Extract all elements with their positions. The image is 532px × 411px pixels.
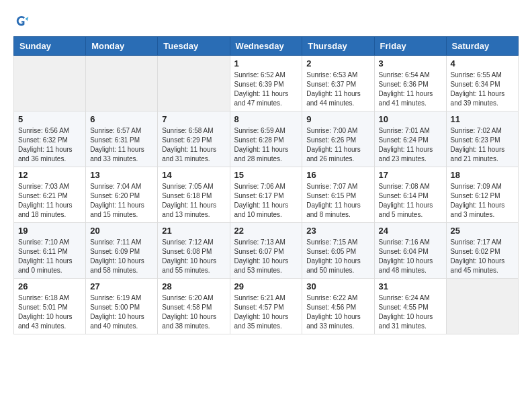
day-info: Sunrise: 7:03 AM Sunset: 6:21 PM Dayligh…: [18, 182, 81, 220]
day-info: Sunrise: 6:18 AM Sunset: 5:01 PM Dayligh…: [18, 293, 81, 331]
day-number: 26: [18, 281, 81, 291]
day-number: 31: [379, 281, 442, 291]
day-cell-2: 2Sunrise: 6:53 AM Sunset: 6:37 PM Daylig…: [302, 56, 374, 111]
day-info: Sunrise: 6:56 AM Sunset: 6:32 PM Dayligh…: [18, 126, 81, 164]
day-cell-4: 4Sunrise: 6:55 AM Sunset: 6:34 PM Daylig…: [446, 56, 518, 111]
day-number: 9: [306, 114, 369, 124]
day-info: Sunrise: 6:54 AM Sunset: 6:36 PM Dayligh…: [379, 71, 442, 108]
empty-cell: [446, 279, 518, 334]
weekday-header-friday: Friday: [374, 37, 446, 56]
day-cell-21: 21Sunrise: 7:12 AM Sunset: 6:08 PM Dayli…: [158, 223, 230, 279]
day-info: Sunrise: 6:57 AM Sunset: 6:31 PM Dayligh…: [90, 126, 153, 164]
day-cell-10: 10Sunrise: 7:01 AM Sunset: 6:24 PM Dayli…: [374, 111, 446, 167]
day-cell-6: 6Sunrise: 6:57 AM Sunset: 6:31 PM Daylig…: [86, 111, 158, 167]
day-info: Sunrise: 7:07 AM Sunset: 6:15 PM Dayligh…: [306, 182, 369, 220]
day-cell-9: 9Sunrise: 7:00 AM Sunset: 6:26 PM Daylig…: [302, 111, 374, 167]
weekday-header-thursday: Thursday: [302, 37, 374, 56]
week-row-5: 26Sunrise: 6:18 AM Sunset: 5:01 PM Dayli…: [14, 279, 519, 334]
day-cell-11: 11Sunrise: 7:02 AM Sunset: 6:23 PM Dayli…: [446, 111, 518, 167]
day-info: Sunrise: 6:20 AM Sunset: 4:58 PM Dayligh…: [162, 293, 225, 331]
day-number: 2: [306, 58, 369, 68]
day-info: Sunrise: 7:04 AM Sunset: 6:20 PM Dayligh…: [90, 182, 153, 220]
day-number: 16: [306, 170, 369, 180]
day-info: Sunrise: 6:55 AM Sunset: 6:34 PM Dayligh…: [451, 71, 514, 108]
day-info: Sunrise: 6:59 AM Sunset: 6:28 PM Dayligh…: [234, 126, 298, 164]
day-cell-20: 20Sunrise: 7:11 AM Sunset: 6:09 PM Dayli…: [86, 223, 158, 279]
day-info: Sunrise: 6:21 AM Sunset: 4:57 PM Dayligh…: [234, 293, 298, 331]
day-info: Sunrise: 6:24 AM Sunset: 4:55 PM Dayligh…: [379, 293, 442, 331]
empty-cell: [86, 56, 158, 111]
day-cell-28: 28Sunrise: 6:20 AM Sunset: 4:58 PM Dayli…: [158, 279, 230, 334]
logo-icon: [13, 13, 30, 30]
day-info: Sunrise: 7:02 AM Sunset: 6:23 PM Dayligh…: [451, 126, 514, 164]
weekday-header-wednesday: Wednesday: [230, 37, 302, 56]
day-cell-31: 31Sunrise: 6:24 AM Sunset: 4:55 PM Dayli…: [374, 279, 446, 334]
day-info: Sunrise: 7:05 AM Sunset: 6:18 PM Dayligh…: [162, 182, 225, 220]
calendar-table: SundayMondayTuesdayWednesdayThursdayFrid…: [13, 36, 519, 334]
day-info: Sunrise: 7:08 AM Sunset: 6:14 PM Dayligh…: [379, 182, 442, 220]
day-cell-16: 16Sunrise: 7:07 AM Sunset: 6:15 PM Dayli…: [302, 167, 374, 223]
day-number: 29: [234, 281, 298, 291]
weekday-header-monday: Monday: [86, 37, 158, 56]
day-number: 22: [234, 226, 298, 236]
empty-cell: [158, 56, 230, 111]
day-info: Sunrise: 7:11 AM Sunset: 6:09 PM Dayligh…: [90, 238, 153, 275]
empty-cell: [14, 56, 86, 111]
weekday-header-saturday: Saturday: [446, 37, 518, 56]
week-row-2: 5Sunrise: 6:56 AM Sunset: 6:32 PM Daylig…: [14, 111, 519, 167]
day-number: 6: [90, 114, 153, 124]
day-number: 13: [90, 170, 153, 180]
day-info: Sunrise: 7:12 AM Sunset: 6:08 PM Dayligh…: [162, 238, 225, 275]
day-number: 28: [162, 281, 225, 291]
day-number: 10: [379, 114, 442, 124]
day-number: 8: [234, 114, 298, 124]
day-cell-14: 14Sunrise: 7:05 AM Sunset: 6:18 PM Dayli…: [158, 167, 230, 223]
day-cell-25: 25Sunrise: 7:17 AM Sunset: 6:02 PM Dayli…: [446, 223, 518, 279]
day-number: 27: [90, 281, 153, 291]
day-cell-24: 24Sunrise: 7:16 AM Sunset: 6:04 PM Dayli…: [374, 223, 446, 279]
day-cell-15: 15Sunrise: 7:06 AM Sunset: 6:17 PM Dayli…: [230, 167, 302, 223]
day-cell-22: 22Sunrise: 7:13 AM Sunset: 6:07 PM Dayli…: [230, 223, 302, 279]
day-number: 17: [379, 170, 442, 180]
day-number: 21: [162, 226, 225, 236]
day-cell-13: 13Sunrise: 7:04 AM Sunset: 6:20 PM Dayli…: [86, 167, 158, 223]
day-number: 3: [379, 58, 442, 68]
day-cell-8: 8Sunrise: 6:59 AM Sunset: 6:28 PM Daylig…: [230, 111, 302, 167]
day-info: Sunrise: 6:22 AM Sunset: 4:56 PM Dayligh…: [306, 293, 369, 331]
day-cell-3: 3Sunrise: 6:54 AM Sunset: 6:36 PM Daylig…: [374, 56, 446, 111]
day-number: 30: [306, 281, 369, 291]
day-cell-18: 18Sunrise: 7:09 AM Sunset: 6:12 PM Dayli…: [446, 167, 518, 223]
weekday-header-tuesday: Tuesday: [158, 37, 230, 56]
day-info: Sunrise: 6:58 AM Sunset: 6:29 PM Dayligh…: [162, 126, 225, 164]
week-row-3: 12Sunrise: 7:03 AM Sunset: 6:21 PM Dayli…: [14, 167, 519, 223]
day-info: Sunrise: 7:13 AM Sunset: 6:07 PM Dayligh…: [234, 238, 298, 275]
day-number: 19: [18, 226, 81, 236]
day-cell-23: 23Sunrise: 7:15 AM Sunset: 6:05 PM Dayli…: [302, 223, 374, 279]
page-header: [13, 13, 519, 30]
day-info: Sunrise: 6:53 AM Sunset: 6:37 PM Dayligh…: [306, 71, 369, 108]
day-cell-5: 5Sunrise: 6:56 AM Sunset: 6:32 PM Daylig…: [14, 111, 86, 167]
day-info: Sunrise: 7:09 AM Sunset: 6:12 PM Dayligh…: [451, 182, 514, 220]
day-cell-1: 1Sunrise: 6:52 AM Sunset: 6:39 PM Daylig…: [230, 56, 302, 111]
day-number: 23: [306, 226, 369, 236]
day-info: Sunrise: 7:10 AM Sunset: 6:11 PM Dayligh…: [18, 238, 81, 275]
day-info: Sunrise: 7:06 AM Sunset: 6:17 PM Dayligh…: [234, 182, 298, 220]
day-info: Sunrise: 7:16 AM Sunset: 6:04 PM Dayligh…: [379, 238, 442, 275]
week-row-4: 19Sunrise: 7:10 AM Sunset: 6:11 PM Dayli…: [14, 223, 519, 279]
day-info: Sunrise: 7:17 AM Sunset: 6:02 PM Dayligh…: [451, 238, 514, 275]
day-cell-12: 12Sunrise: 7:03 AM Sunset: 6:21 PM Dayli…: [14, 167, 86, 223]
day-number: 24: [379, 226, 442, 236]
day-number: 15: [234, 170, 298, 180]
day-cell-30: 30Sunrise: 6:22 AM Sunset: 4:56 PM Dayli…: [302, 279, 374, 334]
day-number: 14: [162, 170, 225, 180]
weekday-header-row: SundayMondayTuesdayWednesdayThursdayFrid…: [14, 37, 519, 56]
day-number: 11: [451, 114, 514, 124]
day-cell-7: 7Sunrise: 6:58 AM Sunset: 6:29 PM Daylig…: [158, 111, 230, 167]
day-number: 1: [234, 58, 298, 68]
day-info: Sunrise: 6:52 AM Sunset: 6:39 PM Dayligh…: [234, 71, 298, 108]
day-cell-27: 27Sunrise: 6:19 AM Sunset: 5:00 PM Dayli…: [86, 279, 158, 334]
day-number: 18: [451, 170, 514, 180]
day-cell-17: 17Sunrise: 7:08 AM Sunset: 6:14 PM Dayli…: [374, 167, 446, 223]
day-cell-29: 29Sunrise: 6:21 AM Sunset: 4:57 PM Dayli…: [230, 279, 302, 334]
day-info: Sunrise: 7:01 AM Sunset: 6:24 PM Dayligh…: [379, 126, 442, 164]
